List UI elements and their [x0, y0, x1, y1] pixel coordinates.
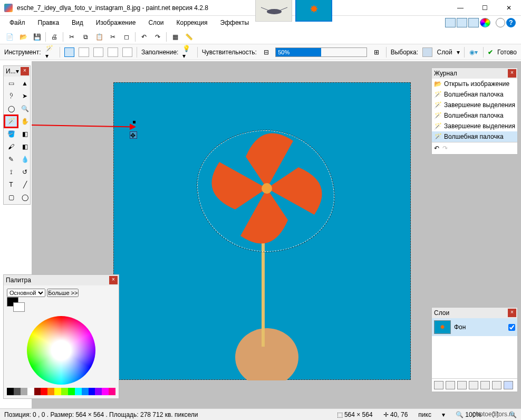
palette-panel: Палитра × Основной Больше >>	[3, 274, 119, 399]
tool-recolor[interactable]: ↺	[18, 166, 31, 178]
tool-ellipse-select[interactable]: ◯	[5, 103, 17, 114]
ruler-icon[interactable]: 📏	[184, 32, 194, 42]
sampling-value[interactable]: Слой	[437, 49, 452, 56]
selection-invert[interactable]	[122, 47, 132, 57]
history-panel-close[interactable]: ×	[508, 69, 516, 78]
tool-zoom[interactable]: 🔍	[18, 103, 31, 114]
close-button[interactable]: ✕	[497, 0, 521, 16]
tool-line[interactable]: ╱	[18, 179, 31, 190]
redo-icon[interactable]: ↷	[442, 145, 448, 152]
secondary-color-swatch[interactable]	[13, 302, 25, 312]
history-window-icon[interactable]	[457, 18, 467, 27]
layers-panel-title[interactable]: Слои ×	[432, 308, 517, 318]
palette-strip[interactable]	[7, 388, 115, 395]
layer-row[interactable]: ✸ Фон	[432, 318, 517, 336]
crop-icon[interactable]: ✂︎	[108, 32, 118, 42]
palette-panel-close[interactable]: ×	[109, 276, 118, 284]
tool-move-selection[interactable]: ▲	[18, 78, 31, 89]
tool-freeform[interactable]: ◯	[18, 192, 31, 203]
more-button[interactable]: Больше >>	[47, 289, 79, 297]
layer-delete[interactable]	[446, 381, 455, 389]
layer-visibility-checkbox[interactable]	[508, 324, 515, 331]
tool-paint-bucket[interactable]: 🪣	[5, 128, 17, 140]
finish-check-icon[interactable]: ✔	[488, 49, 493, 56]
copy-icon[interactable]: ⧉	[80, 32, 91, 42]
layer-add[interactable]	[434, 381, 443, 389]
layer-properties[interactable]	[504, 381, 513, 389]
current-tool-icon[interactable]: 🪄▾	[45, 47, 55, 58]
paste-icon[interactable]: 📋	[94, 32, 104, 42]
redo-icon[interactable]: ↷	[152, 32, 163, 42]
history-panel-title[interactable]: Журнал ×	[432, 68, 517, 79]
selection-add[interactable]	[79, 47, 89, 57]
undo-icon[interactable]: ↶	[139, 32, 149, 42]
history-item[interactable]: 🪄Завершение выделения палочкой	[432, 121, 517, 131]
layer-down[interactable]	[492, 381, 501, 389]
finish-label[interactable]: Готово	[497, 49, 517, 56]
tool-rectangle[interactable]: ▢	[5, 192, 17, 203]
help-icon[interactable]: ?	[506, 18, 516, 27]
tool-clone-stamp[interactable]: ⟟	[5, 166, 17, 178]
history-item[interactable]: 🪄Волшебная палочка	[432, 110, 517, 121]
history-item[interactable]: 📂Открыть изображение	[432, 79, 517, 89]
menu-layers[interactable]: Слои	[143, 17, 169, 28]
tool-lasso[interactable]: ᠀	[5, 90, 17, 102]
tool-gradient[interactable]: ◧	[18, 128, 31, 140]
layers-panel-close[interactable]: ×	[508, 309, 516, 317]
selection-subtract[interactable]	[93, 47, 103, 57]
tolerance-minus[interactable]: ⊟	[261, 47, 271, 58]
tool-color-picker[interactable]: 💧	[18, 154, 31, 165]
antialias-icon[interactable]: ◉▾	[469, 47, 479, 58]
layer-merge[interactable]	[469, 381, 478, 389]
layer-duplicate[interactable]	[457, 381, 467, 389]
flood-mode-icon[interactable]: 💡▾	[182, 47, 192, 58]
menu-file[interactable]: Файл	[4, 17, 31, 28]
canvas[interactable]: ✥	[113, 82, 411, 380]
open-icon[interactable]: 📂	[18, 32, 28, 42]
selection-intersect[interactable]	[108, 47, 118, 57]
layer-up[interactable]	[480, 381, 490, 389]
grid-icon[interactable]: ▦	[170, 32, 180, 42]
deselect-icon[interactable]: ◻	[121, 32, 132, 42]
color-mode-select[interactable]: Основной	[7, 289, 45, 297]
palette-panel-title[interactable]: Палитра ×	[4, 275, 119, 285]
history-item[interactable]: 🪄Волшебная палочка	[432, 131, 517, 142]
menu-adjust[interactable]: Коррекция	[171, 17, 213, 28]
tolerance-slider[interactable]: 50%	[275, 47, 367, 57]
menu-edit[interactable]: Правка	[33, 17, 65, 28]
tool-paintbrush[interactable]: 🖌	[5, 141, 17, 152]
tools-panel-title[interactable]: И... ▾ ×	[4, 66, 30, 77]
settings-icon[interactable]	[496, 18, 505, 27]
tool-eraser[interactable]: ◧	[18, 141, 31, 152]
cut-icon[interactable]: ✂	[66, 32, 77, 42]
tool-rect-select[interactable]: ▭	[5, 78, 17, 89]
move-handle-icon[interactable]: ✥	[130, 131, 137, 139]
sampling-swatch[interactable]	[422, 47, 432, 57]
print-icon[interactable]: 🖨	[49, 32, 60, 42]
tool-pan[interactable]: ✋	[18, 116, 31, 127]
menu-view[interactable]: Вид	[66, 17, 89, 28]
tolerance-plus[interactable]: ⊞	[371, 47, 381, 58]
history-item[interactable]: 🪄Завершение выделения палочкой	[432, 100, 517, 110]
new-icon[interactable]: 📄	[4, 32, 15, 42]
layers-window-icon[interactable]	[468, 18, 479, 27]
save-icon[interactable]: 💾	[32, 32, 42, 42]
maximize-button[interactable]: ☐	[472, 0, 497, 16]
tool-move-pixels[interactable]: ➤	[18, 90, 31, 102]
tools-panel-close[interactable]: ×	[21, 67, 29, 75]
wheel-cursor[interactable]	[60, 349, 64, 353]
status-units[interactable]: пикс	[418, 411, 431, 418]
tools-window-icon[interactable]	[445, 18, 456, 27]
tool-text[interactable]: T	[5, 179, 17, 190]
color-swatches[interactable]	[7, 297, 26, 313]
colors-window-icon[interactable]	[480, 18, 490, 27]
minimize-button[interactable]: —	[448, 0, 472, 16]
history-item[interactable]: 🪄Волшебная палочка	[432, 89, 517, 100]
tool-magic-wand[interactable]: 🪄	[5, 116, 17, 127]
menu-effects[interactable]: Эффекты	[215, 17, 255, 28]
selection-replace[interactable]	[64, 47, 74, 57]
menu-image[interactable]: Изображение	[91, 17, 141, 28]
tool-pencil[interactable]: ✎	[5, 154, 17, 165]
undo-icon[interactable]: ↶	[434, 145, 439, 152]
color-wheel[interactable]	[27, 316, 95, 385]
